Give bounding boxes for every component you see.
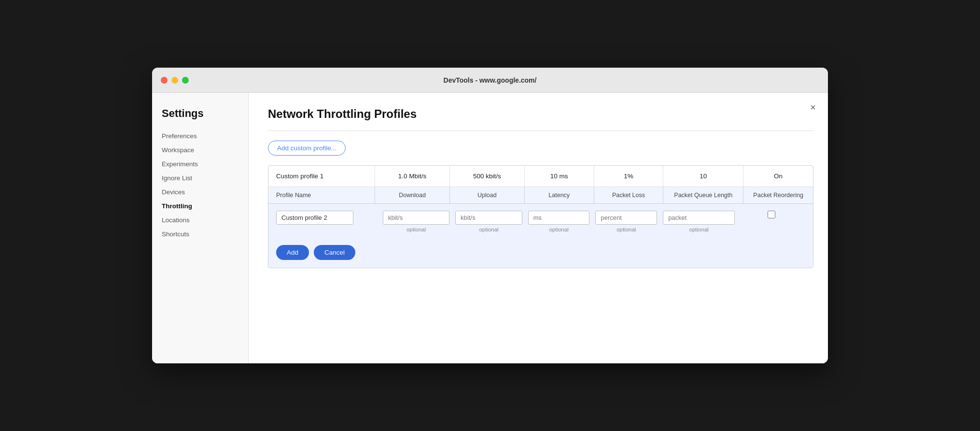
- download-input[interactable]: [383, 211, 449, 225]
- header-upload: Upload: [450, 187, 525, 203]
- download-hint: optional: [406, 227, 426, 232]
- titlebar-title: DevTools - www.google.com/: [444, 76, 537, 84]
- sidebar-item-experiments[interactable]: Experiments: [162, 158, 248, 171]
- header-packet-loss: Packet Loss: [594, 187, 664, 203]
- existing-profile-latency: 10 ms: [525, 166, 594, 187]
- cancel-button[interactable]: Cancel: [314, 245, 355, 260]
- packet-loss-input[interactable]: [595, 211, 657, 225]
- new-profile-upload-cell: optional: [452, 211, 525, 232]
- titlebar: DevTools - www.google.com/: [152, 68, 828, 93]
- new-profile-packet-reorder-cell: [738, 211, 805, 218]
- sidebar-item-shortcuts[interactable]: Shortcuts: [162, 228, 248, 241]
- sidebar-item-devices[interactable]: Devices: [162, 186, 248, 199]
- new-profile-latency-cell: optional: [525, 211, 593, 232]
- upload-input[interactable]: [455, 211, 522, 225]
- existing-profile-row: Custom profile 1 1.0 Mbit/s 500 kbit/s 1…: [268, 166, 813, 187]
- add-button[interactable]: Add: [276, 245, 309, 260]
- existing-profile-name: Custom profile 1: [268, 166, 375, 187]
- sidebar-item-locations[interactable]: Locations: [162, 214, 248, 227]
- new-profile-download-cell: optional: [380, 211, 452, 232]
- existing-profile-download: 1.0 Mbit/s: [375, 166, 450, 187]
- sidebar-item-preferences[interactable]: Preferences: [162, 129, 248, 143]
- header-packet-reorder: Packet Reordering: [743, 187, 813, 203]
- close-button[interactable]: ×: [810, 102, 816, 112]
- main-content: × Network Throttling Profiles Add custom…: [249, 93, 828, 363]
- packet-loss-hint: optional: [616, 227, 636, 232]
- existing-profile-packet-queue: 10: [663, 166, 743, 187]
- traffic-lights: [161, 77, 189, 84]
- table-header-row: Profile Name Download Upload Latency Pac…: [268, 187, 813, 204]
- existing-profile-upload: 500 kbit/s: [450, 166, 525, 187]
- packet-queue-input[interactable]: [663, 211, 735, 225]
- sidebar-item-workspace[interactable]: Workspace: [162, 144, 248, 157]
- page-title: Network Throttling Profiles: [268, 107, 813, 121]
- existing-profile-packet-loss: 1%: [594, 166, 664, 187]
- new-profile-name-cell: [276, 211, 380, 225]
- minimize-traffic-light[interactable]: [171, 77, 178, 84]
- profiles-table: Custom profile 1 1.0 Mbit/s 500 kbit/s 1…: [268, 165, 813, 268]
- new-profile-packet-queue-cell: optional: [660, 211, 738, 232]
- header-profile-name: Profile Name: [268, 187, 375, 203]
- sidebar-title: Settings: [162, 107, 248, 120]
- devtools-window: DevTools - www.google.com/ Settings Pref…: [152, 68, 828, 363]
- header-latency: Latency: [525, 187, 594, 203]
- header-packet-queue: Packet Queue Length: [663, 187, 743, 203]
- maximize-traffic-light[interactable]: [182, 77, 189, 84]
- window-content: Settings Preferences Workspace Experimen…: [152, 93, 828, 363]
- latency-hint: optional: [549, 227, 568, 232]
- packet-queue-hint: optional: [689, 227, 709, 232]
- profile-name-input[interactable]: [276, 211, 353, 225]
- sidebar-item-ignore-list[interactable]: Ignore List: [162, 172, 248, 185]
- latency-input[interactable]: [528, 211, 590, 225]
- sidebar: Settings Preferences Workspace Experimen…: [152, 93, 249, 363]
- close-traffic-light[interactable]: [161, 77, 168, 84]
- upload-hint: optional: [479, 227, 498, 232]
- header-download: Download: [375, 187, 450, 203]
- add-custom-profile-button[interactable]: Add custom profile...: [268, 141, 346, 156]
- form-buttons: Add Cancel: [268, 239, 813, 268]
- divider: [268, 130, 813, 131]
- packet-reorder-checkbox[interactable]: [768, 211, 775, 218]
- new-profile-packet-loss-cell: optional: [592, 211, 660, 232]
- add-profile-form-row: optional optional optional optional: [268, 204, 813, 239]
- sidebar-item-throttling[interactable]: Throttling: [162, 200, 248, 213]
- existing-profile-packet-reorder: On: [743, 166, 813, 187]
